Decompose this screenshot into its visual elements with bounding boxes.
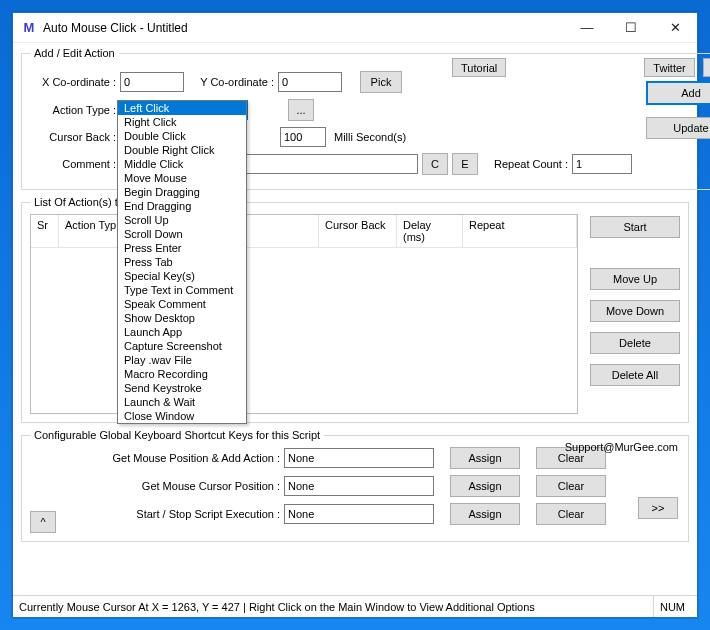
shortcut-label: Get Mouse Cursor Position : [70,480,280,492]
action-type-option[interactable]: Press Tab [118,255,246,269]
group-shortcuts-legend: Configurable Global Keyboard Shortcut Ke… [30,429,324,441]
action-type-option[interactable]: Capture Screenshot [118,339,246,353]
action-type-option[interactable]: Macro Recording [118,367,246,381]
repeat-count-label: Repeat Count : [482,158,568,170]
support-link[interactable]: Support@MurGee.com [565,441,678,453]
action-type-option[interactable]: End Dragging [118,199,246,213]
minimize-button[interactable]: — [565,14,609,42]
action-type-more-button[interactable]: ... [288,99,314,121]
action-type-option[interactable]: Right Click [118,115,246,129]
maximize-button[interactable]: ☐ [609,14,653,42]
twitter-button[interactable]: Twitter [644,58,694,77]
action-type-option[interactable]: Left Click [118,101,246,115]
update-button[interactable]: Update [646,117,710,139]
action-type-option[interactable]: Play .wav File [118,353,246,367]
action-type-option[interactable]: Move Mouse [118,171,246,185]
collapse-button[interactable]: ^ [30,511,56,533]
action-type-label: Action Type : [30,104,116,116]
client-area: Add / Edit Action Tutorial Twitter Googl… [13,43,697,595]
action-type-option[interactable]: Launch & Wait [118,395,246,409]
action-type-option[interactable]: Type Text in Comment [118,283,246,297]
shortcut-input[interactable] [284,448,434,468]
app-icon: M [21,20,37,36]
delete-button[interactable]: Delete [590,332,680,354]
comment-label: Comment : [30,158,116,170]
action-type-option[interactable]: Special Key(s) [118,269,246,283]
actions-table[interactable]: Sr Action Typ Cursor Back Delay (ms) Rep… [30,214,578,414]
col-delay[interactable]: Delay (ms) [397,215,463,247]
assign-button[interactable]: Assign [450,447,520,469]
start-button[interactable]: Start [590,216,680,238]
c-button[interactable]: C [422,153,448,175]
shortcut-label: Get Mouse Position & Add Action : [70,452,280,464]
status-text: Currently Mouse Cursor At X = 1263, Y = … [19,601,647,613]
clear-button[interactable]: Clear [536,475,606,497]
list-right-buttons: Start Move Up Move Down Delete Delete Al… [590,214,680,414]
action-type-option[interactable]: Scroll Down [118,227,246,241]
col-cursor-back[interactable]: Cursor Back [319,215,397,247]
repeat-count-input[interactable] [572,154,632,174]
titlebar[interactable]: M Auto Mouse Click - Untitled — ☐ ✕ [13,13,697,43]
action-type-option[interactable]: Double Right Click [118,143,246,157]
shortcut-label: Start / Stop Script Execution : [70,508,280,520]
status-bar: Currently Mouse Cursor At X = 1263, Y = … [13,595,697,617]
action-type-option[interactable]: Speak Comment [118,297,246,311]
clear-button[interactable]: Clear [536,503,606,525]
col-repeat[interactable]: Repeat [463,215,577,247]
group-shortcuts: Configurable Global Keyboard Shortcut Ke… [21,429,689,542]
delay-unit-label: Milli Second(s) [330,131,420,143]
action-type-dropdown[interactable]: Left ClickRight ClickDouble ClickDouble … [117,100,247,424]
y-coord-input[interactable] [278,72,342,92]
pick-button[interactable]: Pick [360,71,402,93]
add-button[interactable]: Add [646,81,710,105]
assign-button[interactable]: Assign [450,503,520,525]
delete-all-button[interactable]: Delete All [590,364,680,386]
window-title: Auto Mouse Click - Untitled [43,21,565,35]
more-button[interactable]: >> [638,497,678,519]
action-type-option[interactable]: Launch App [118,325,246,339]
actions-table-header: Sr Action Typ Cursor Back Delay (ms) Rep… [31,215,577,248]
y-coord-label: Y Co-ordinate : [188,76,274,88]
e-button[interactable]: E [452,153,478,175]
close-button[interactable]: ✕ [653,14,697,42]
action-type-option[interactable]: Close Window [118,409,246,423]
group-add-edit-legend: Add / Edit Action [30,47,119,59]
add-edit-right-buttons: Add Load Update Save [646,81,710,145]
x-coord-label: X Co-ordinate : [30,76,116,88]
action-type-option[interactable]: Middle Click [118,157,246,171]
status-num: NUM [653,596,691,617]
move-down-button[interactable]: Move Down [590,300,680,322]
action-type-option[interactable]: Press Enter [118,241,246,255]
x-coord-input[interactable] [120,72,184,92]
delay-input[interactable] [280,127,326,147]
top-links: Tutorial Twitter Google + Facebook [582,58,710,77]
action-type-option[interactable]: Double Click [118,129,246,143]
tutorial-button[interactable]: Tutorial [452,58,506,77]
group-action-list-legend: List Of Action(s) to [30,196,128,208]
google-plus-button[interactable]: Google + [703,58,710,77]
action-type-option[interactable]: Send Keystroke [118,381,246,395]
app-window: M Auto Mouse Click - Untitled — ☐ ✕ Add … [12,12,698,618]
action-type-option[interactable]: Scroll Up [118,213,246,227]
action-type-option[interactable]: Begin Dragging [118,185,246,199]
shortcut-input[interactable] [284,504,434,524]
assign-button[interactable]: Assign [450,475,520,497]
move-up-button[interactable]: Move Up [590,268,680,290]
cursor-back-label: Cursor Back : [30,131,116,143]
shortcut-input[interactable] [284,476,434,496]
action-type-option[interactable]: Show Desktop [118,311,246,325]
col-sr[interactable]: Sr [31,215,59,247]
